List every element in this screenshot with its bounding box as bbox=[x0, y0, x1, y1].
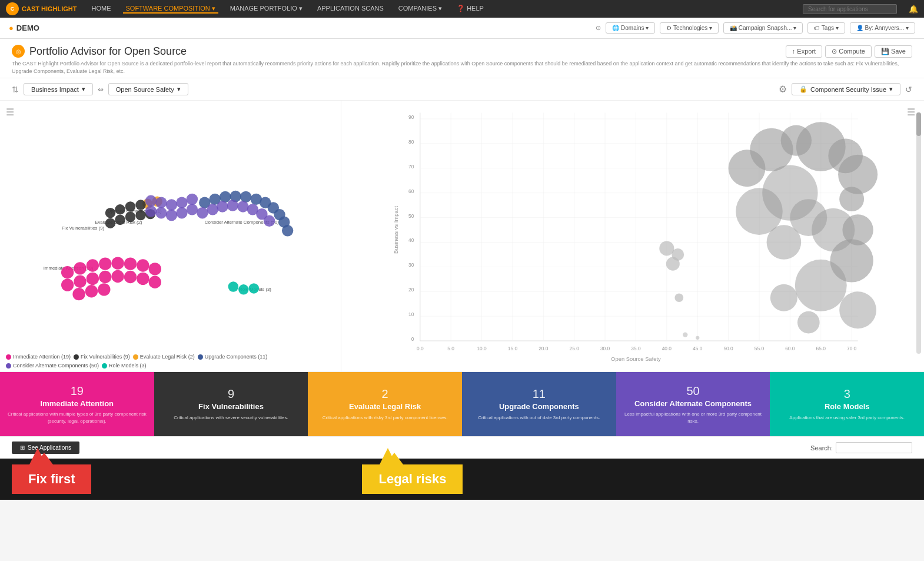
svg-point-40 bbox=[61, 266, 74, 278]
search-right: Search: bbox=[810, 442, 912, 453]
legend-dot-immediate bbox=[6, 354, 11, 360]
svg-point-119 bbox=[838, 155, 878, 194]
filter-group: ⊙ 🌐 Domains ▾ ⚙ Technologies ▾ 📸 Campaig… bbox=[596, 22, 915, 34]
svg-point-45 bbox=[124, 258, 137, 270]
nav-home[interactable]: HOME bbox=[89, 5, 114, 14]
sort-icon: ⇅ bbox=[12, 85, 19, 94]
svg-text:70: 70 bbox=[408, 164, 414, 170]
svg-point-27 bbox=[166, 210, 177, 221]
svg-text:60.0: 60.0 bbox=[785, 346, 795, 351]
svg-point-47 bbox=[149, 263, 161, 275]
legend-rolemodels: Role Models (3) bbox=[102, 363, 147, 369]
svg-point-58 bbox=[98, 283, 110, 296]
svg-point-37 bbox=[264, 215, 275, 227]
search-input[interactable] bbox=[803, 4, 897, 14]
scatter-svg: 0 10 20 30 40 50 60 70 80 90 0.0 5.0 10.… bbox=[347, 107, 912, 366]
legend-immediate: Immediate Attention (19) bbox=[6, 354, 71, 360]
save-button[interactable]: 💾 Save bbox=[875, 45, 912, 58]
card-immediate-attention[interactable]: 19 Immediate Attention Critical applicat… bbox=[0, 372, 154, 436]
legend-dot-fix bbox=[74, 354, 79, 360]
card-fix-vulnerabilities[interactable]: 9 Fix Vulnerabilities Critical applicati… bbox=[154, 372, 308, 436]
svg-text:45.0: 45.0 bbox=[693, 346, 703, 351]
tags-filter[interactable]: 🏷 Tags ▾ bbox=[807, 22, 845, 34]
main-nav: HOME SOFTWARE COMPOSITION ▾ MANAGE PORTF… bbox=[89, 5, 792, 14]
chart-controls: ⇅ Business Impact ▾ ⇔ Open Source Safety… bbox=[0, 78, 924, 101]
card-consider-alternate[interactable]: 50 Consider Alternate Components Less im… bbox=[616, 372, 770, 436]
svg-point-57 bbox=[85, 285, 98, 297]
svg-point-54 bbox=[137, 273, 149, 285]
scrollbar-thumb bbox=[916, 112, 921, 136]
svg-point-13 bbox=[105, 208, 115, 218]
svg-text:30: 30 bbox=[408, 263, 414, 268]
secondary-bar: ● DEMO ⊙ 🌐 Domains ▾ ⚙ Technologies ▾ 📸 … bbox=[0, 18, 924, 39]
svg-point-128 bbox=[795, 260, 847, 311]
svg-point-4 bbox=[240, 191, 251, 203]
open-source-safety-btn[interactable]: Open Source Safety ▾ bbox=[108, 83, 188, 95]
svg-text:70.0: 70.0 bbox=[847, 346, 857, 351]
card-role-models[interactable]: 3 Role Models Applications that are usin… bbox=[770, 372, 924, 436]
card-upgrade-components[interactable]: 11 Upgrade Components Critical applicati… bbox=[462, 372, 616, 436]
campaign-filter[interactable]: 📸 Campaign Snapsh... ▾ bbox=[723, 22, 803, 34]
bubble-svg-container: Upgrade Components (11) Evaluate Legal R… bbox=[6, 107, 335, 307]
demo-icon: ● bbox=[9, 24, 14, 32]
logo-text: CAST HIGHLIGHT bbox=[22, 5, 77, 12]
svg-point-135 bbox=[674, 294, 683, 303]
scatter-scrollbar[interactable] bbox=[916, 112, 921, 354]
svg-point-48 bbox=[61, 279, 74, 291]
domains-filter[interactable]: 🌐 Domains ▾ bbox=[606, 22, 655, 34]
fix-first-annotation: Fix first bbox=[12, 464, 91, 494]
page-header: ◎ Portfolio Advisor for Open Source ↑ Ex… bbox=[0, 39, 924, 78]
svg-point-28 bbox=[155, 207, 167, 218]
svg-text:10.0: 10.0 bbox=[477, 346, 487, 351]
svg-text:40: 40 bbox=[408, 238, 414, 244]
user-filter[interactable]: 👤 By: Annyvers... ▾ bbox=[850, 22, 915, 34]
component-security-btn[interactable]: 🔒 Component Security Issue ▾ bbox=[792, 83, 900, 95]
table-search-input[interactable] bbox=[836, 442, 912, 453]
svg-point-16 bbox=[135, 200, 145, 210]
main-content: ⇅ Business Impact ▾ ⇔ Open Source Safety… bbox=[0, 78, 924, 459]
export-button[interactable]: ↑ Export bbox=[786, 45, 822, 58]
settings-icon[interactable]: ⚙ bbox=[779, 84, 787, 95]
nav-application-scans[interactable]: APPLICATION SCANS bbox=[314, 5, 387, 14]
svg-point-29 bbox=[166, 200, 177, 211]
svg-point-49 bbox=[74, 275, 86, 288]
bottom-bar: ⊞ See Applications Search: bbox=[0, 436, 924, 459]
svg-text:50: 50 bbox=[408, 213, 414, 219]
nav-help[interactable]: ❓ HELP bbox=[454, 5, 487, 14]
svg-text:25.0: 25.0 bbox=[570, 346, 580, 351]
svg-point-32 bbox=[217, 201, 228, 212]
svg-text:35.0: 35.0 bbox=[631, 346, 641, 351]
svg-point-26 bbox=[176, 207, 187, 218]
card-evaluate-legal-risk[interactable]: 2 Evaluate Legal Risk Critical applicati… bbox=[308, 372, 462, 436]
svg-point-30 bbox=[155, 197, 167, 208]
legal-risks-annotation: Legal risks bbox=[362, 464, 463, 494]
technologies-filter[interactable]: ⚙ Technologies ▾ bbox=[660, 22, 719, 34]
svg-text:5.0: 5.0 bbox=[447, 346, 454, 351]
svg-text:80: 80 bbox=[408, 139, 414, 145]
left-chart-menu[interactable]: ☰ bbox=[6, 107, 14, 118]
swap-icon: ⇔ bbox=[98, 85, 104, 94]
svg-point-44 bbox=[111, 257, 124, 270]
table-icon: ⊞ bbox=[20, 444, 25, 451]
refresh-icon[interactable]: ↺ bbox=[905, 85, 912, 94]
notification-icon[interactable]: 🔔 bbox=[909, 5, 918, 14]
compute-button[interactable]: ⊙ Compute bbox=[825, 45, 872, 58]
business-impact-btn[interactable]: Business Impact ▾ bbox=[24, 83, 93, 95]
svg-point-127 bbox=[767, 225, 802, 260]
page-title-icon: ◎ bbox=[12, 45, 25, 58]
svg-text:0.0: 0.0 bbox=[417, 346, 424, 351]
svg-point-38 bbox=[145, 195, 157, 207]
svg-point-61 bbox=[249, 283, 259, 293]
svg-point-34 bbox=[237, 201, 248, 212]
svg-point-18 bbox=[115, 215, 125, 225]
svg-text:55.0: 55.0 bbox=[755, 346, 765, 351]
nav-software-composition[interactable]: SOFTWARE COMPOSITION ▾ bbox=[123, 5, 218, 14]
svg-point-120 bbox=[839, 187, 864, 211]
nav-manage-portfolio[interactable]: MANAGE PORTFOLIO ▾ bbox=[227, 5, 305, 14]
svg-text:20: 20 bbox=[408, 287, 414, 293]
legend-upgrade: Upgrade Components (11) bbox=[198, 354, 268, 360]
svg-point-137 bbox=[696, 336, 699, 340]
cards-row: 19 Immediate Attention Critical applicat… bbox=[0, 371, 924, 436]
svg-point-46 bbox=[137, 260, 149, 272]
nav-companies[interactable]: COMPANIES ▾ bbox=[395, 5, 445, 14]
